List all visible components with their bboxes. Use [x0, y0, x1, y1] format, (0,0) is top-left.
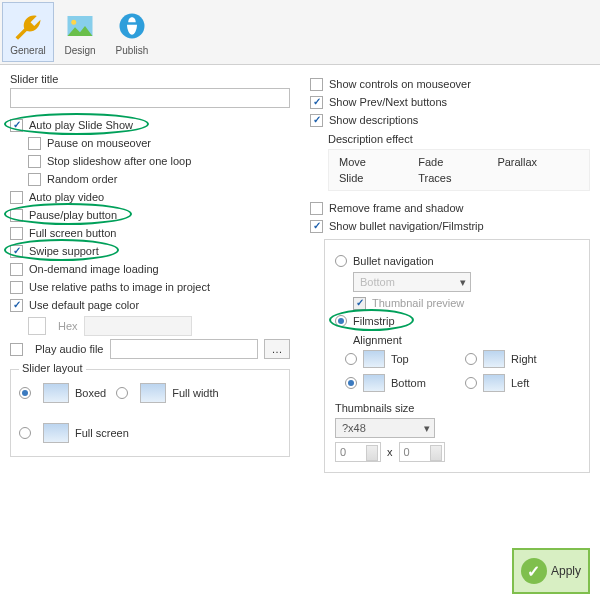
pause-mouseover-row[interactable]: Pause on mouseover	[28, 136, 290, 150]
color-swatch[interactable]	[28, 317, 46, 335]
settings-content: Slider title Auto play Slide Show Pause …	[0, 65, 600, 477]
hex-label: Hex	[58, 320, 78, 332]
thumb-width-input[interactable]: 0	[335, 442, 381, 462]
audio-path-input[interactable]	[110, 339, 259, 359]
align-left[interactable]: Left	[465, 374, 575, 392]
align-right-icon	[483, 350, 505, 368]
fullscreen-button-row[interactable]: Full screen button	[10, 226, 290, 240]
image-icon	[63, 9, 97, 43]
checkbox-icon[interactable]	[10, 343, 23, 356]
autoplay-label: Auto play Slide Show	[29, 118, 133, 132]
checkbox-icon	[10, 191, 23, 204]
stop-one-loop-label: Stop slideshow after one loop	[47, 154, 191, 168]
thumbs-size-select[interactable]: ?x48	[335, 418, 435, 438]
thumb-height-input[interactable]: 0	[399, 442, 445, 462]
radio-icon	[335, 255, 347, 267]
effect-parallax[interactable]: Parallax	[497, 154, 576, 170]
fullscreen-button-label: Full screen button	[29, 226, 116, 240]
ondemand-loading-label: On-demand image loading	[29, 262, 159, 276]
layout-boxed[interactable]: Boxed	[19, 383, 106, 403]
effect-slide[interactable]: Slide	[339, 170, 418, 186]
radio-icon	[465, 353, 477, 365]
checkbox-icon	[10, 263, 23, 276]
autoplay-row[interactable]: Auto play Slide Show	[10, 118, 290, 132]
default-color-label: Use default page color	[29, 298, 139, 312]
align-bottom-icon	[363, 374, 385, 392]
checkbox-icon	[10, 119, 23, 132]
alignment-label: Alignment	[353, 334, 579, 346]
desc-effect-label: Description effect	[328, 133, 590, 145]
align-right-label: Right	[511, 353, 537, 365]
slider-title-input[interactable]	[10, 88, 290, 108]
checkbox-icon	[10, 281, 23, 294]
ondemand-loading-row[interactable]: On-demand image loading	[10, 262, 290, 276]
wrench-icon	[11, 9, 45, 43]
publish-icon	[115, 9, 149, 43]
checkbox-icon	[28, 137, 41, 150]
align-left-label: Left	[511, 377, 529, 389]
slider-title-label: Slider title	[10, 73, 290, 85]
radio-icon	[335, 315, 347, 327]
align-bottom[interactable]: Bottom	[345, 374, 455, 392]
radio-icon	[116, 387, 128, 399]
pause-play-button-row[interactable]: Pause/play button	[10, 208, 290, 222]
align-right[interactable]: Right	[465, 350, 575, 368]
show-bullet-nav-row[interactable]: Show bullet navigation/Filmstrip	[310, 219, 590, 233]
audio-row: Play audio file …	[10, 339, 290, 359]
align-top[interactable]: Top	[345, 350, 455, 368]
remove-frame-label: Remove frame and shadow	[329, 201, 464, 215]
align-bottom-label: Bottom	[391, 377, 426, 389]
layout-fullscreen-label: Full screen	[75, 427, 129, 439]
filmstrip-radio[interactable]: Filmstrip	[335, 314, 579, 328]
hex-input	[84, 316, 192, 336]
stop-one-loop-row[interactable]: Stop slideshow after one loop	[28, 154, 290, 168]
fullwidth-preview-icon	[140, 383, 166, 403]
layout-fullwidth[interactable]: Full width	[116, 383, 218, 403]
swipe-support-row[interactable]: Swipe support	[10, 244, 290, 258]
radio-icon	[345, 377, 357, 389]
show-descriptions-row[interactable]: Show descriptions	[310, 113, 590, 127]
checkbox-icon	[10, 227, 23, 240]
show-prevnext-label: Show Prev/Next buttons	[329, 95, 447, 109]
bullet-nav-label: Bullet navigation	[353, 254, 434, 268]
checkbox-icon	[310, 96, 323, 109]
browse-button[interactable]: …	[264, 339, 290, 359]
toolbar-design[interactable]: Design	[54, 2, 106, 62]
thumbs-size-label: Thumbnails size	[335, 402, 579, 414]
thumbnail-preview-label: Thumbnail preview	[372, 296, 464, 310]
toolbar-general[interactable]: General	[2, 2, 54, 62]
radio-icon	[345, 353, 357, 365]
random-order-row[interactable]: Random order	[28, 172, 290, 186]
left-column: Slider title Auto play Slide Show Pause …	[10, 73, 290, 477]
align-left-icon	[483, 374, 505, 392]
bullet-nav-radio[interactable]: Bullet navigation	[335, 254, 579, 268]
radio-icon	[19, 427, 31, 439]
fullscreen-preview-icon	[43, 423, 69, 443]
auto-play-video-row[interactable]: Auto play video	[10, 190, 290, 204]
apply-label: Apply	[551, 564, 581, 578]
effect-fade[interactable]: Fade	[418, 154, 497, 170]
align-top-icon	[363, 350, 385, 368]
apply-button[interactable]: ✓ Apply	[512, 548, 590, 594]
layout-legend: Slider layout	[19, 362, 86, 374]
checkbox-icon	[10, 245, 23, 258]
layout-fullscreen[interactable]: Full screen	[19, 423, 129, 443]
desc-effect-list[interactable]: Move Fade Parallax Slide Traces	[328, 149, 590, 191]
relative-paths-row[interactable]: Use relative paths to image in project	[10, 280, 290, 294]
effect-traces[interactable]: Traces	[418, 170, 497, 186]
checkbox-icon	[28, 173, 41, 186]
bullet-pos-select: Bottom	[353, 272, 471, 292]
top-toolbar: General Design Publish	[0, 0, 600, 65]
checkbox-icon	[310, 220, 323, 233]
show-controls-row[interactable]: Show controls on mouseover	[310, 77, 590, 91]
remove-frame-row[interactable]: Remove frame and shadow	[310, 201, 590, 215]
show-prevnext-row[interactable]: Show Prev/Next buttons	[310, 95, 590, 109]
toolbar-publish[interactable]: Publish	[106, 2, 158, 62]
right-column: Show controls on mouseover Show Prev/Nex…	[310, 73, 590, 477]
radio-icon	[19, 387, 31, 399]
auto-play-video-label: Auto play video	[29, 190, 104, 204]
effect-move[interactable]: Move	[339, 154, 418, 170]
checkbox-icon	[28, 155, 41, 168]
toolbar-general-label: General	[10, 45, 46, 56]
default-color-row[interactable]: Use default page color	[10, 298, 290, 312]
